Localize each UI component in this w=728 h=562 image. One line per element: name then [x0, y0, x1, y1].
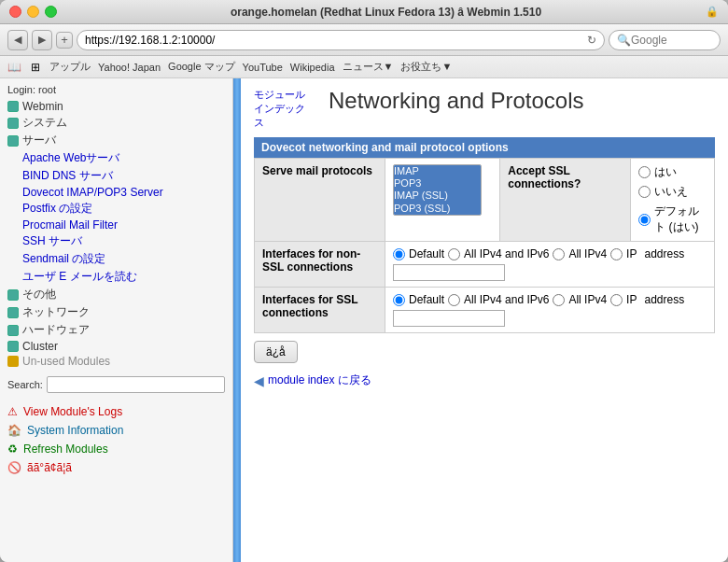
accept-ssl-label: Accept SSL connections? — [500, 159, 631, 242]
nonssl-address-label: address — [644, 247, 684, 260]
add-tab-button[interactable]: + — [56, 32, 73, 49]
sslconn-allipv46-radio[interactable] — [448, 294, 460, 306]
logout-icon: 🚫 — [7, 461, 21, 474]
system-icon — [7, 118, 19, 129]
non-ssl-value: Default All IPv4 and IPv6 All IPv4 IP ad… — [385, 242, 715, 288]
refresh-icon: ♻ — [7, 443, 18, 456]
view-logs-label: View Module's Logs — [23, 405, 122, 418]
sidebar-item-cluster[interactable]: Cluster — [4, 339, 229, 354]
sendmail-link[interactable]: Sendmail の設定 — [22, 251, 105, 267]
imap-ssl-option[interactable]: IMAP (SSL) — [394, 190, 481, 202]
bind-link[interactable]: BIND DNS サーバ — [22, 168, 113, 184]
ssl-yes-label: はい — [654, 164, 677, 180]
back-link[interactable]: ◀ module index に戻る — [254, 372, 715, 388]
ssl-no-row: いいえ — [638, 184, 707, 200]
nonssl-allipv4-radio[interactable] — [553, 248, 565, 260]
nonssl-allipv46-radio[interactable] — [448, 248, 460, 260]
sidebar-item-webmin[interactable]: Webmin — [4, 99, 229, 114]
browser-search-bar[interactable]: 🔍 — [609, 30, 721, 50]
sslconn-allipv46-label: All IPv4 and IPv6 — [464, 293, 549, 306]
ssl-conn-row: Interfaces for SSL connections Default A… — [255, 288, 715, 333]
ssl-conn-label: Interfaces for SSL connections — [255, 288, 385, 333]
sslconn-default-radio[interactable] — [393, 294, 405, 306]
sidebar-item-unused[interactable]: Un-used Modules — [4, 354, 229, 369]
unused-link[interactable]: Un-used Modules — [22, 355, 110, 368]
logout-label: ãã°ã¢ã¦ã — [27, 461, 72, 474]
sidebar-item-postfix[interactable]: Postfix の設定 — [4, 200, 229, 218]
protocols-listbox[interactable]: IMAP POP3 IMAP (SSL) POP3 (SSL) — [393, 164, 482, 216]
blue-divider — [233, 78, 241, 562]
save-button[interactable]: ä¿å­ — [254, 341, 298, 363]
back-button[interactable]: ◀ — [7, 30, 28, 50]
apache-link[interactable]: Apache Webサーバ — [22, 150, 120, 166]
sslconn-ip-radio[interactable] — [610, 294, 623, 306]
traffic-lights — [9, 6, 57, 18]
address-input[interactable] — [85, 34, 583, 47]
ssh-link[interactable]: SSH サーバ — [22, 233, 82, 249]
nonssl-allipv46-label: All IPv4 and IPv6 — [464, 247, 549, 260]
sslconn-allipv4-radio[interactable] — [553, 294, 565, 306]
sidebar-item-ssh[interactable]: SSH サーバ — [4, 232, 229, 250]
minimize-button[interactable] — [27, 6, 39, 18]
dovecot-link[interactable]: Dovecot IMAP/POP3 Server — [22, 186, 163, 199]
sidebar-item-sendmail[interactable]: Sendmail の設定 — [4, 250, 229, 268]
sslconn-address-input[interactable] — [393, 310, 505, 327]
forward-button[interactable]: ▶ — [32, 30, 52, 50]
system-info-link[interactable]: 🏠 System Information — [4, 421, 229, 440]
sidebar-item-server[interactable]: サーバ — [4, 132, 229, 149]
pop3-ssl-option[interactable]: POP3 (SSL) — [394, 203, 481, 215]
ssl-default-radio[interactable] — [638, 214, 651, 226]
other-icon — [7, 289, 19, 301]
browser-window: orange.homelan (Redhat Linux Fedora 13) … — [0, 0, 728, 562]
breadcrumb-link[interactable]: モジュールインデックス — [254, 88, 329, 130]
ssl-no-radio[interactable] — [638, 186, 651, 198]
server-icon — [7, 135, 19, 147]
postfix-link[interactable]: Postfix の設定 — [22, 201, 92, 217]
sidebar-item-other[interactable]: その他 — [4, 286, 229, 303]
unused-icon — [7, 356, 19, 367]
bookmark-news[interactable]: ニュース▼ — [343, 60, 394, 74]
pop3-option[interactable]: POP3 — [394, 177, 481, 190]
refresh-modules-link[interactable]: ♻ Refresh Modules — [4, 440, 229, 458]
ssl-conn-options: Default All IPv4 and IPv6 All IPv4 IP ad… — [393, 293, 707, 327]
sidebar-item-system[interactable]: システム — [4, 114, 229, 132]
imap-option[interactable]: IMAP — [394, 165, 481, 177]
serve-protocols-label: Serve mail protocols — [255, 159, 385, 242]
bookmark-apple[interactable]: アップル — [49, 60, 91, 74]
address-bar[interactable]: ↻ — [77, 30, 605, 50]
nonssl-address-input[interactable] — [393, 264, 505, 281]
logout-link[interactable]: 🚫 ãã°ã¢ã¦ã — [4, 458, 229, 477]
ssl-yes-row: はい — [638, 164, 707, 180]
close-button[interactable] — [9, 6, 21, 18]
browser-search-input[interactable] — [631, 34, 706, 47]
reload-button[interactable]: ↻ — [587, 34, 596, 47]
section-header: Dovecot networking and mail protocol opt… — [254, 137, 715, 158]
view-logs-link[interactable]: ⚠ View Module's Logs — [4, 402, 229, 421]
sidebar-item-procmail[interactable]: Procmail Mail Filter — [4, 218, 229, 232]
title-bar: orange.homelan (Redhat Linux Fedora 13) … — [0, 0, 728, 24]
nonssl-default-radio[interactable] — [393, 248, 405, 260]
sidebar-search-input[interactable] — [47, 376, 225, 393]
sidebar-item-apache[interactable]: Apache Webサーバ — [4, 149, 229, 167]
bookmark-google-maps[interactable]: Google マップ — [168, 60, 235, 74]
house-icon: 🏠 — [7, 424, 21, 437]
breadcrumb: モジュールインデックス — [254, 88, 329, 137]
bookmark-yahoo[interactable]: Yahoo! Japan — [98, 62, 161, 73]
bookmark-youtube[interactable]: YouTube — [243, 62, 283, 73]
config-table: Serve mail protocols IMAP POP3 IMAP (SSL… — [254, 158, 715, 333]
sidebar-item-hardware[interactable]: ハードウェア — [4, 321, 229, 339]
sidebar-item-usermail[interactable]: ユーザ E メールを読む — [4, 268, 229, 286]
zoom-button[interactable] — [45, 6, 57, 18]
page-title: Networking and Protocols — [329, 88, 583, 114]
usermail-link[interactable]: ユーザ E メールを読む — [22, 269, 137, 285]
ssl-radio-group: はい いいえ デフォルト (はい) — [638, 164, 707, 235]
ssl-yes-radio[interactable] — [638, 166, 651, 178]
sidebar-item-bind[interactable]: BIND DNS サーバ — [4, 167, 229, 185]
sidebar-item-network[interactable]: ネットワーク — [4, 303, 229, 321]
bookmark-help[interactable]: お役立ち▼ — [400, 60, 452, 74]
nonssl-ip-radio[interactable] — [610, 248, 623, 260]
bookmark-wikipedia[interactable]: Wikipedia — [290, 62, 335, 73]
procmail-link[interactable]: Procmail Mail Filter — [22, 218, 118, 232]
sidebar-item-dovecot[interactable]: Dovecot IMAP/POP3 Server — [4, 185, 229, 200]
nonssl-default-label: Default — [409, 247, 444, 260]
